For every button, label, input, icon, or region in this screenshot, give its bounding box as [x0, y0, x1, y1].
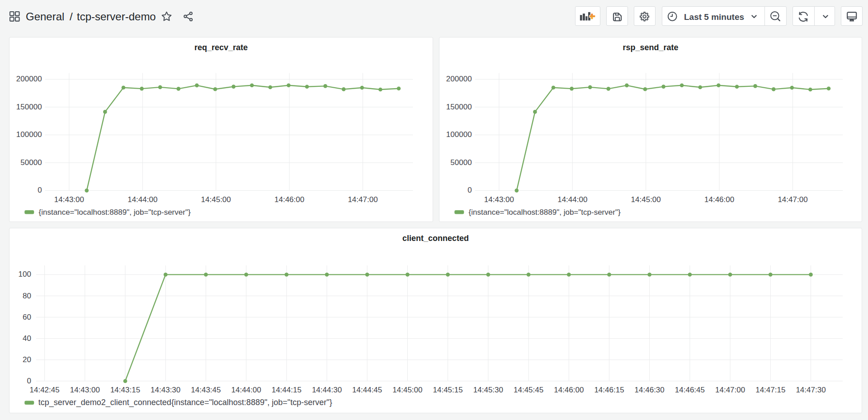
svg-text:14:45:45: 14:45:45: [514, 386, 543, 394]
svg-text:0: 0: [38, 186, 42, 194]
svg-text:14:44:45: 14:44:45: [352, 386, 382, 394]
svg-text:14:46:15: 14:46:15: [594, 386, 624, 394]
svg-text:14:47:30: 14:47:30: [796, 386, 826, 394]
svg-text:14:44:00: 14:44:00: [231, 386, 261, 394]
svg-text:14:46:00: 14:46:00: [554, 386, 584, 394]
svg-text:14:43:00: 14:43:00: [54, 195, 84, 204]
svg-text:14:44:30: 14:44:30: [312, 386, 342, 394]
svg-text:14:42:45: 14:42:45: [30, 386, 60, 394]
svg-text:14:47:15: 14:47:15: [755, 386, 785, 394]
svg-text:14:45:00: 14:45:00: [631, 195, 661, 204]
svg-text:0: 0: [467, 186, 472, 194]
svg-text:0: 0: [27, 377, 31, 385]
svg-text:14:45:00: 14:45:00: [201, 195, 231, 204]
svg-text:14:44:00: 14:44:00: [557, 195, 587, 204]
svg-text:100000: 100000: [16, 130, 42, 139]
svg-text:14:45:30: 14:45:30: [473, 386, 503, 394]
svg-text:14:47:00: 14:47:00: [715, 386, 745, 394]
svg-text:150000: 150000: [16, 102, 42, 111]
svg-text:{instance="localhost:8889", jo: {instance="localhost:8889", job="tcp-ser…: [469, 208, 621, 216]
svg-text:14:46:00: 14:46:00: [704, 195, 734, 204]
svg-text:150000: 150000: [446, 102, 472, 111]
svg-text:80: 80: [23, 292, 31, 300]
svg-text:14:43:00: 14:43:00: [484, 195, 514, 204]
svg-text:50000: 50000: [20, 158, 42, 166]
svg-text:14:44:15: 14:44:15: [272, 386, 302, 394]
svg-text:14:43:00: 14:43:00: [70, 386, 100, 394]
svg-text:{instance="localhost:8889", jo: {instance="localhost:8889", job="tcp-ser…: [39, 208, 191, 216]
svg-text:14:47:00: 14:47:00: [348, 195, 377, 204]
svg-text:20: 20: [23, 355, 31, 364]
svg-text:40: 40: [23, 334, 31, 343]
svg-text:14:43:30: 14:43:30: [151, 386, 180, 394]
svg-text:14:47:00: 14:47:00: [778, 195, 807, 204]
svg-text:14:43:45: 14:43:45: [191, 386, 221, 394]
svg-text:60: 60: [23, 313, 31, 321]
svg-text:100: 100: [19, 270, 31, 278]
svg-text:50000: 50000: [450, 158, 472, 166]
svg-text:14:44:00: 14:44:00: [127, 195, 157, 204]
svg-text:tcp_server_demo2_client_connec: tcp_server_demo2_client_connected{instan…: [38, 398, 332, 407]
svg-text:14:46:30: 14:46:30: [635, 386, 665, 394]
svg-text:14:46:00: 14:46:00: [274, 195, 304, 204]
svg-text:14:45:15: 14:45:15: [433, 386, 463, 394]
svg-text:100000: 100000: [446, 130, 472, 139]
svg-text:14:43:15: 14:43:15: [110, 386, 140, 394]
svg-text:14:45:00: 14:45:00: [392, 386, 422, 394]
svg-text:200000: 200000: [446, 75, 472, 83]
svg-text:200000: 200000: [16, 75, 42, 83]
svg-text:14:46:45: 14:46:45: [675, 386, 705, 394]
